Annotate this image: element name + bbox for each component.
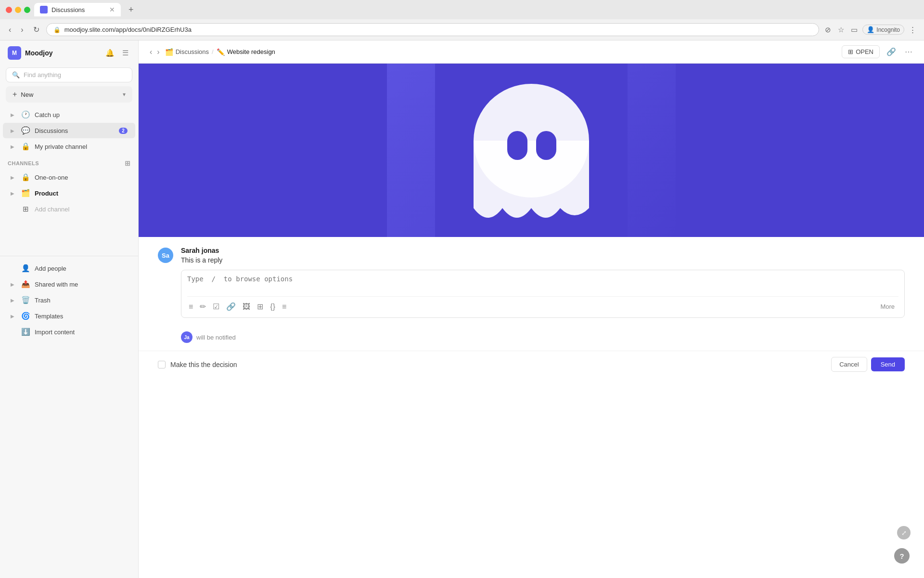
templates-icon: 🌀 [21, 312, 30, 320]
link-toolbar-button[interactable]: 🔗 [225, 301, 237, 313]
search-placeholder: Find anything [24, 71, 61, 79]
breadcrumb-parent-label: Discussions [176, 48, 209, 55]
search-icon: 🔍 [12, 71, 20, 79]
search-input[interactable]: 🔍 Find anything [6, 67, 132, 82]
lock-icon: 🔒 [21, 173, 30, 182]
discussions-badge: 2 [119, 128, 128, 134]
new-tab-button[interactable]: + [125, 3, 138, 17]
svg-rect-4 [536, 131, 556, 160]
block-toolbar-button[interactable]: ≡ [281, 301, 288, 313]
open-label: OPEN [856, 48, 873, 55]
sidebar-item-add-people[interactable]: ▶ 👤 Add people [3, 261, 135, 276]
reply-toolbar: ≡ ✏ ☑ 🔗 🖼 ⊞ {} ≡ More [187, 296, 898, 313]
clock-icon: 🕐 [21, 110, 30, 119]
more-toolbar-button[interactable]: More [876, 302, 898, 312]
refresh-button[interactable]: ↻ [30, 23, 42, 36]
private-channel-label: My private channel [35, 143, 128, 150]
expand-icon: ▶ [11, 175, 14, 180]
lock-icon: 🔒 [21, 142, 30, 151]
breadcrumb-current[interactable]: ✏️ Website redesign [217, 48, 275, 56]
discussions-label: Discussions [35, 127, 114, 134]
sidebar-bottom: ▶ 👤 Add people ▶ 📤 Shared with me ▶ 🗑️ T… [0, 256, 138, 340]
decision-label: Make this the decision [170, 361, 831, 368]
sidebar-toggle-icon[interactable]: ▭ [849, 24, 860, 36]
incognito-badge[interactable]: 👤 Incognito [862, 25, 904, 35]
ghost-illustration [435, 64, 628, 237]
sidebar-item-templates[interactable]: ▶ 🌀 Templates [3, 308, 135, 324]
more-options-button[interactable]: ⋯ [903, 45, 914, 58]
browser-dots [6, 7, 30, 13]
browser-nav-bar: ‹ › ↻ 🔒 moodjoy.slite.com/app/docs/0niDi… [0, 19, 924, 40]
checkbox-toolbar-button[interactable]: ☑ [211, 301, 221, 313]
incognito-label: Incognito [876, 26, 900, 33]
sidebar-item-private[interactable]: ▶ 🔒 My private channel [3, 139, 135, 154]
new-button-label: New [21, 91, 33, 98]
notification-bar: Ja will be notified [139, 328, 924, 347]
reply-section: Sa Sarah jonas This is a reply ≡ ✏ ☑ 🔗 🖼 [139, 237, 924, 328]
shared-with-me-label: Shared with me [35, 281, 128, 288]
expand-icon: ▶ [11, 191, 14, 196]
forward-nav-button[interactable]: › [155, 46, 161, 58]
expand-icon: ▶ [11, 112, 14, 118]
send-button[interactable]: Send [871, 357, 905, 371]
decision-bar: Make this the decision Cancel Send [139, 351, 924, 378]
expand-icon: ▶ [11, 144, 14, 149]
back-button[interactable]: ‹ [6, 24, 14, 36]
star-icon[interactable]: ☆ [836, 24, 846, 36]
shared-icon: 📤 [21, 280, 30, 289]
sidebar-item-product[interactable]: ▶ 🗂️ Product [3, 185, 135, 201]
new-button[interactable]: + New ▾ [6, 86, 132, 103]
code-toolbar-button[interactable]: {} [269, 301, 277, 313]
workspace-name: Moodjoy [25, 49, 100, 57]
expand-icon: ▶ [11, 314, 14, 319]
content-area: Sa Sarah jonas This is a reply ≡ ✏ ☑ 🔗 🖼 [139, 64, 924, 578]
reply-text-content: This is a reply [181, 256, 905, 264]
sidebar-item-trash[interactable]: ▶ 🗑️ Trash [3, 292, 135, 308]
templates-label: Templates [35, 313, 128, 320]
link-icon-button[interactable]: 🔗 [885, 45, 898, 58]
sidebar-header: M Moodjoy 🔔 ☰ [0, 40, 138, 66]
sidebar-item-catch-up[interactable]: ▶ 🕐 Catch up [3, 107, 135, 122]
edit-breadcrumb-icon: ✏️ [217, 48, 225, 56]
reply-input[interactable] [187, 275, 898, 290]
incognito-avatar: 👤 [867, 26, 874, 33]
cast-icon[interactable]: ⊘ [823, 24, 833, 36]
tab-close-button[interactable]: ✕ [109, 6, 115, 13]
edit-toolbar-button[interactable]: ✏ [198, 301, 207, 313]
maximize-dot[interactable] [24, 7, 30, 13]
main-content: ‹ › 🗂️ Discussions / ✏️ Website redesign… [139, 40, 924, 578]
breadcrumb-current-label: Website redesign [227, 48, 275, 55]
menu-icon[interactable]: ⋮ [907, 24, 918, 36]
open-icon: ⊞ [848, 48, 853, 55]
forward-button[interactable]: › [18, 24, 26, 36]
reply-input-area[interactable]: ≡ ✏ ☑ 🔗 🖼 ⊞ {} ≡ More [181, 270, 905, 318]
open-button[interactable]: ⊞ OPEN [842, 45, 880, 58]
notifications-button[interactable]: 🔔 [103, 47, 116, 59]
decision-checkbox[interactable] [158, 361, 166, 368]
breadcrumb-parent[interactable]: 🗂️ Discussions [165, 48, 209, 56]
notification-message: will be notified [196, 334, 236, 341]
cancel-button[interactable]: Cancel [831, 357, 867, 372]
sidebar-item-shared-with-me[interactable]: ▶ 📤 Shared with me [3, 276, 135, 292]
sidebar-item-add-channel[interactable]: ▶ ⊞ Add channel [3, 201, 135, 217]
sidebar-item-import-content[interactable]: ▶ ⬇️ Import content [3, 324, 135, 340]
url-bar[interactable]: 🔒 moodjoy.slite.com/app/docs/0niDiRZGErh… [46, 23, 820, 36]
list-toolbar-button[interactable]: ≡ [187, 301, 194, 313]
close-dot[interactable] [6, 7, 12, 13]
image-toolbar-button[interactable]: 🖼 [241, 301, 252, 313]
help-floating-button[interactable]: ? [894, 548, 910, 564]
product-icon: 🗂️ [21, 189, 30, 197]
collapse-sidebar-button[interactable]: ☰ [120, 47, 130, 59]
trash-icon: 🗑️ [21, 296, 30, 304]
sidebar-item-one-on-one[interactable]: ▶ 🔒 One-on-one [3, 170, 135, 185]
expand-icon: ▶ [11, 282, 14, 287]
browser-tab[interactable]: Discussions ✕ [34, 3, 121, 16]
minimize-dot[interactable] [15, 7, 21, 13]
table-toolbar-button[interactable]: ⊞ [256, 301, 265, 313]
back-nav-button[interactable]: ‹ [148, 46, 154, 58]
expand-floating-button[interactable]: ⤢ [897, 526, 911, 539]
channels-add-icon[interactable]: ⊞ [125, 159, 131, 167]
sidebar-item-discussions[interactable]: ▶ 💬 Discussions 2 [3, 123, 135, 138]
url-text: moodjoy.slite.com/app/docs/0niDiRZGErhU3… [64, 26, 192, 33]
top-bar: ‹ › 🗂️ Discussions / ✏️ Website redesign… [139, 40, 924, 64]
